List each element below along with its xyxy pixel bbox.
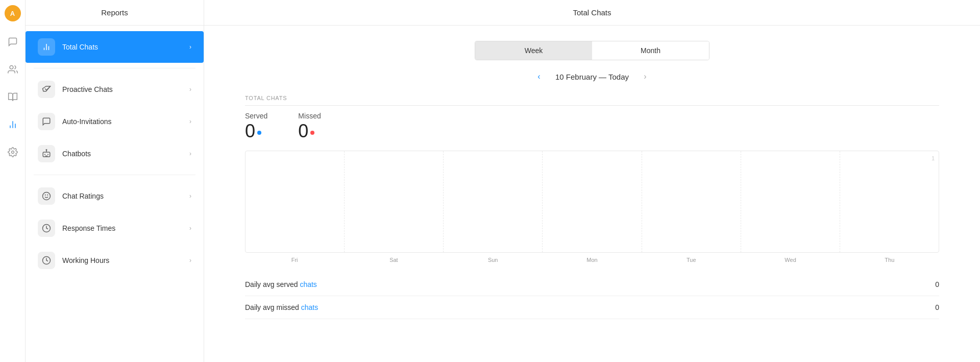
smiley-icon [42, 191, 51, 201]
x-label-0: Fri [245, 257, 344, 263]
chat-ratings-icon-wrap [38, 187, 55, 205]
clock-icon [42, 224, 51, 233]
chart-col-0 [246, 151, 345, 252]
sidebar: Reports Total Chats › Proactive Chats › … [26, 0, 204, 362]
chat-nav-icon[interactable] [4, 33, 22, 51]
response-times-chevron: › [189, 225, 191, 232]
stats-row: Served 0 Missed 0 [245, 112, 939, 140]
response-times-label: Response Times [62, 224, 189, 232]
chart-col-2 [444, 151, 543, 252]
served-dot [257, 131, 261, 135]
x-label-2: Sun [444, 257, 543, 263]
missed-link[interactable]: chats [301, 303, 318, 311]
sidebar-title: Reports [101, 8, 128, 17]
daily-avg-served-value: 0 [935, 280, 939, 288]
working-hours-icon-wrap [38, 252, 55, 269]
svg-point-9 [46, 150, 47, 151]
clock2-icon [42, 256, 51, 265]
chatbots-icon-wrap [38, 145, 55, 162]
sidebar-item-chat-ratings[interactable]: Chat Ratings › [30, 180, 200, 212]
missed-label: Missed [298, 112, 321, 120]
sidebar-item-proactive-chats[interactable]: Proactive Chats › [30, 74, 200, 105]
svg-point-0 [10, 66, 13, 69]
auto-invitations-label: Auto-Invitations [62, 117, 189, 126]
prev-date-arrow[interactable]: ‹ [533, 70, 545, 83]
chart-x-labels: Fri Sat Sun Mon Tue Wed Thu [245, 257, 939, 263]
chart-col-1 [345, 151, 444, 252]
proactive-chats-label: Proactive Chats [62, 85, 189, 93]
main-title: Total Chats [573, 8, 611, 17]
served-value: 0 [245, 122, 255, 140]
daily-avg-served-label: Daily avg served chats [245, 280, 317, 288]
total-chats-chevron: › [189, 43, 191, 51]
reports-nav-icon[interactable] [4, 115, 22, 134]
sidebar-item-total-chats[interactable]: Total Chats › [26, 31, 204, 63]
chart-col-3 [543, 151, 642, 252]
robot-icon [42, 149, 51, 158]
visitors-nav-icon[interactable] [4, 60, 22, 79]
main-panel: Total Chats Week Month ‹ 10 February — T… [204, 0, 980, 362]
sidebar-item-working-hours[interactable]: Working Hours › [30, 245, 200, 276]
divider-2 [34, 175, 195, 175]
week-toggle-btn[interactable]: Week [475, 41, 592, 60]
svg-point-4 [11, 151, 14, 154]
daily-avg-missed-row: Daily avg missed chats 0 [245, 296, 939, 319]
x-label-4: Tue [642, 257, 741, 263]
daily-avg-served-row: Daily avg served chats 0 [245, 273, 939, 296]
chart-grid [246, 151, 939, 252]
chart-col-5 [741, 151, 840, 252]
x-label-1: Sat [344, 257, 443, 263]
response-times-icon-wrap [38, 220, 55, 237]
daily-avg-table: Daily avg served chats 0 Daily avg misse… [245, 273, 939, 319]
missed-stat: Missed 0 [298, 112, 321, 140]
settings-nav-icon[interactable] [4, 143, 22, 161]
date-range-text: 10 February — Today [555, 73, 629, 81]
svg-point-13 [43, 192, 51, 200]
next-date-arrow[interactable]: › [639, 70, 651, 83]
sidebar-nav: Total Chats › Proactive Chats › Auto-Inv… [26, 26, 204, 362]
served-stat: Served 0 [245, 112, 267, 140]
sidebar-item-chatbots[interactable]: Chatbots › [30, 138, 200, 170]
working-hours-chevron: › [189, 257, 191, 264]
period-toggle-group: Week Month [475, 41, 709, 60]
chart-col-4 [642, 151, 741, 252]
chart-container: 1 [245, 151, 939, 253]
served-label: Served [245, 112, 267, 120]
total-chats-label: Total Chats [62, 43, 189, 51]
section-label: TOTAL CHATS [245, 95, 939, 106]
x-label-6: Thu [840, 257, 939, 263]
sidebar-item-response-times[interactable]: Response Times › [30, 212, 200, 244]
daily-avg-missed-label: Daily avg missed chats [245, 303, 318, 311]
x-label-5: Wed [741, 257, 840, 263]
chart-col-6 [840, 151, 939, 252]
auto-invitations-icon-wrap [38, 113, 55, 130]
month-toggle-btn[interactable]: Month [592, 41, 709, 60]
proactive-chats-icon-wrap [38, 81, 55, 98]
proactive-chats-chevron: › [189, 86, 191, 93]
chatbots-chevron: › [189, 150, 191, 157]
main-header: Total Chats [204, 0, 980, 26]
chat-ratings-chevron: › [189, 192, 191, 200]
working-hours-label: Working Hours [62, 256, 189, 264]
missed-dot [310, 131, 314, 135]
icon-bar: A [0, 0, 26, 362]
sidebar-header: Reports [26, 0, 204, 26]
chat-bubble-icon [42, 117, 51, 126]
auto-invitations-chevron: › [189, 118, 191, 125]
bar-chart-icon [42, 42, 51, 52]
avatar[interactable]: A [5, 5, 21, 21]
daily-avg-missed-value: 0 [935, 303, 939, 311]
knowledge-nav-icon[interactable] [4, 88, 22, 106]
chat-ratings-label: Chat Ratings [62, 192, 189, 200]
date-navigation: ‹ 10 February — Today › [245, 70, 939, 83]
chatbots-label: Chatbots [62, 150, 189, 158]
divider-1 [34, 68, 195, 68]
total-chats-icon-wrap [38, 38, 55, 56]
served-link[interactable]: chats [300, 280, 316, 288]
chart-y-label: 1 [932, 155, 935, 161]
megaphone-icon [42, 85, 51, 94]
sidebar-item-auto-invitations[interactable]: Auto-Invitations › [30, 106, 200, 137]
main-content: Week Month ‹ 10 February — Today › TOTAL… [204, 26, 980, 362]
x-label-3: Mon [543, 257, 642, 263]
missed-value: 0 [298, 122, 308, 140]
